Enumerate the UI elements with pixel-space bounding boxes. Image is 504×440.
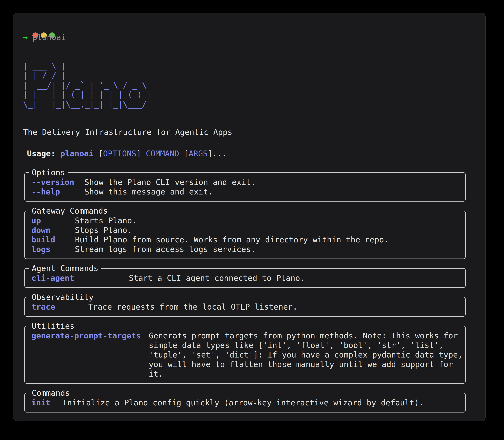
tagline: The Delivery Infrastructure for Agentic … <box>23 127 477 137</box>
command-description: Stops Plano. <box>75 225 132 235</box>
command-name: up <box>31 216 75 225</box>
command-description: Start a CLI agent connected to Plano. <box>129 273 305 283</box>
terminal-window: → planoai ______ _ | ___ \ | | |_/ / | _… <box>13 13 486 421</box>
usage-token: Usage: <box>27 149 55 158</box>
command-name: --help <box>31 187 84 196</box>
command-row: generate-prompt-targetsGenerats prompt_t… <box>31 331 464 379</box>
command-description: Show this message and exit. <box>84 187 213 196</box>
panel-utilities: Utilitiesgenerate-prompt-targetsGenerats… <box>24 326 466 384</box>
prompt-line: → planoai <box>23 32 477 42</box>
prompt-arrow-icon: → <box>23 33 28 42</box>
command-name: logs <box>31 244 75 254</box>
panel-observability: ObservabilitytraceTrace requests from th… <box>24 297 466 317</box>
ascii-logo: ______ _ | ___ \ | | |_/ / | __ _ _ __ _… <box>23 52 477 109</box>
usage-line: Usage: planoai [OPTIONS] COMMAND [ARGS].… <box>27 149 477 158</box>
panels: Options--versionShow the Plano CLI versi… <box>23 172 477 422</box>
usage-token: ARGS <box>189 149 208 158</box>
command-name: --version <box>31 177 84 187</box>
command-name: build <box>31 235 75 244</box>
usage-token: planoai <box>55 149 93 158</box>
usage-token: [ <box>94 149 103 158</box>
command-description: Show the Plano CLI version and exit. <box>84 177 255 187</box>
panel-title: Gateway Commands <box>29 206 110 216</box>
panel-commands: CommandsinitInitialize a Plano config qu… <box>24 393 466 412</box>
command-description: Starts Plano. <box>75 216 137 225</box>
command-name: cli-agent <box>31 273 129 283</box>
command-row: buildBuild Plano from source. Works from… <box>31 235 464 244</box>
panel-title: Commands <box>29 388 72 398</box>
panel-title: Agent Commands <box>29 263 101 273</box>
panel-options: Options--versionShow the Plano CLI versi… <box>24 172 466 202</box>
command-name: down <box>31 225 75 235</box>
command-row: initInitialize a Plano config quickly (a… <box>31 398 464 407</box>
command-description: Stream logs from access logs services. <box>75 244 255 254</box>
panel-gateway-commands: Gateway CommandsupStarts Plano.downStops… <box>24 211 466 259</box>
command-row: upStarts Plano. <box>31 216 464 225</box>
panel-title: Options <box>29 168 68 177</box>
usage-token: ] <box>136 149 146 158</box>
command-row: --helpShow this message and exit. <box>31 187 464 196</box>
usage-token: COMMAND <box>146 149 179 158</box>
panel-title: Observability <box>29 292 96 302</box>
prompt-command: planoai <box>28 33 66 42</box>
command-description: Initialize a Plano config quickly (arrow… <box>62 398 424 407</box>
command-row: --versionShow the Plano CLI version and … <box>31 177 464 187</box>
command-name: init <box>31 398 62 407</box>
terminal-content[interactable]: → planoai ______ _ | ___ \ | | |_/ / | _… <box>13 13 485 421</box>
command-description: Trace requests from the local OTLP liste… <box>88 302 297 312</box>
command-row: cli-agentStart a CLI agent connected to … <box>31 273 464 283</box>
command-name: generate-prompt-targets <box>31 331 149 340</box>
usage-token: OPTIONS <box>103 149 136 158</box>
panel-agent-commands: Agent Commandscli-agentStart a CLI agent… <box>24 268 466 288</box>
usage-token: [ <box>179 149 189 158</box>
command-name: trace <box>31 302 88 312</box>
command-row: downStops Plano. <box>31 225 464 235</box>
command-description: Build Plano from source. Works from any … <box>75 235 389 244</box>
usage-token: ]... <box>208 149 227 158</box>
command-row: traceTrace requests from the local OTLP … <box>31 302 464 312</box>
panel-title: Utilities <box>29 321 77 331</box>
command-row: logsStream logs from access logs service… <box>31 244 464 254</box>
command-description: Generats prompt_targets from python meth… <box>149 331 463 379</box>
